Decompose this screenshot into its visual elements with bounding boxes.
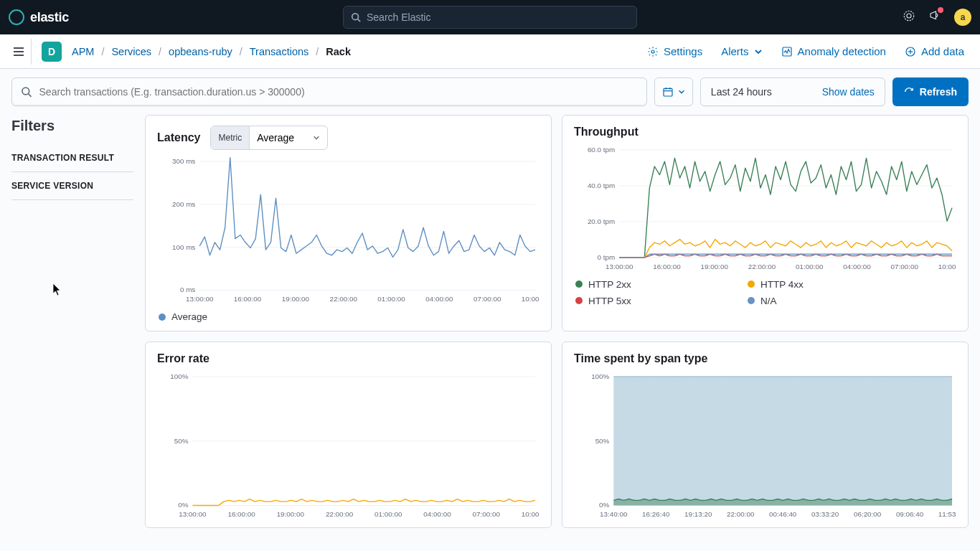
svg-text:03:33:20: 03:33:20 bbox=[811, 511, 839, 519]
breadcrumb-item[interactable]: opbeans-ruby bbox=[169, 46, 232, 57]
svg-text:19:00:00: 19:00:00 bbox=[701, 263, 729, 270]
breadcrumb-item[interactable]: Services bbox=[111, 46, 151, 57]
span-type-chart[interactable]: 0%50%100%13:40:0016:26:4019:13:2022:00:0… bbox=[574, 371, 956, 519]
app-badge[interactable]: D bbox=[42, 42, 62, 62]
svg-text:60.0 tpm: 60.0 tpm bbox=[588, 146, 615, 154]
legend-item[interactable]: HTTP 4xx bbox=[748, 279, 891, 290]
legend-dot bbox=[748, 281, 755, 288]
panel-title: Error rate bbox=[157, 352, 209, 365]
svg-text:07:00:00: 07:00:00 bbox=[891, 263, 919, 270]
app-header: D APM/Services/opbeans-ruby/Transactions… bbox=[0, 34, 980, 69]
svg-point-0 bbox=[352, 14, 359, 20]
date-range-display[interactable]: Last 24 hours Show dates bbox=[700, 77, 885, 106]
anomaly-icon bbox=[781, 46, 793, 57]
chevron-down-icon bbox=[678, 88, 685, 95]
svg-text:13:00:00: 13:00:00 bbox=[186, 295, 214, 303]
metric-selector[interactable]: Metric Average bbox=[210, 126, 328, 150]
svg-text:40.0 tpm: 40.0 tpm bbox=[588, 182, 615, 189]
error-rate-panel: Error rate 0%50%100%13:00:0016:00:0019:0… bbox=[145, 342, 552, 527]
svg-text:22:00:00: 22:00:00 bbox=[330, 295, 358, 303]
svg-text:19:00:00: 19:00:00 bbox=[277, 511, 305, 519]
svg-text:100 ms: 100 ms bbox=[172, 243, 195, 251]
svg-text:22:00:00: 22:00:00 bbox=[727, 511, 755, 519]
svg-text:10:00:00: 10:00:00 bbox=[522, 295, 540, 303]
refresh-button[interactable]: Refresh bbox=[892, 77, 969, 106]
global-search-placeholder: Search Elastic bbox=[367, 11, 430, 23]
latency-chart[interactable]: 0 ms100 ms200 ms300 ms13:00:0016:00:0019… bbox=[157, 156, 540, 304]
date-quick-select[interactable] bbox=[654, 77, 693, 106]
latency-panel: Latency Metric Average 0 ms100 ms200 ms3… bbox=[145, 115, 552, 331]
global-header: elastic Search Elastic a bbox=[0, 0, 980, 34]
legend-item[interactable]: HTTP 5xx bbox=[575, 296, 719, 306]
filter-item[interactable]: TRANSACTION RESULT bbox=[11, 144, 133, 172]
panel-title: Throughput bbox=[574, 126, 639, 138]
svg-text:00:46:40: 00:46:40 bbox=[769, 511, 797, 519]
refresh-icon bbox=[904, 87, 914, 97]
span-type-panel: Time spent by span type 0%50%100%13:40:0… bbox=[562, 342, 969, 527]
anomaly-detection-link[interactable]: Anomaly detection bbox=[781, 45, 886, 57]
svg-text:0 tpm: 0 tpm bbox=[598, 253, 616, 261]
add-data-link[interactable]: Add data bbox=[905, 45, 964, 57]
transaction-search[interactable] bbox=[11, 77, 647, 106]
elastic-logo[interactable]: elastic bbox=[9, 9, 69, 25]
search-icon bbox=[351, 12, 361, 22]
svg-text:16:26:40: 16:26:40 bbox=[642, 511, 670, 519]
transaction-search-input[interactable] bbox=[39, 86, 638, 98]
svg-text:10:00:00: 10:00:00 bbox=[522, 511, 540, 519]
settings-link[interactable]: Settings bbox=[647, 45, 702, 57]
show-dates-link[interactable]: Show dates bbox=[822, 86, 875, 98]
legend-item[interactable]: N/A bbox=[748, 296, 891, 306]
filter-item[interactable]: SERVICE VERSION bbox=[11, 172, 133, 200]
breadcrumb-item[interactable]: APM bbox=[72, 46, 94, 57]
svg-text:13:00:00: 13:00:00 bbox=[606, 263, 633, 270]
breadcrumb-item[interactable]: Transactions bbox=[250, 46, 308, 57]
svg-text:19:00:00: 19:00:00 bbox=[282, 295, 310, 303]
metric-select[interactable]: Average bbox=[250, 126, 313, 149]
chevron-down-icon bbox=[754, 47, 763, 56]
svg-text:50%: 50% bbox=[595, 437, 610, 445]
svg-text:16:00:00: 16:00:00 bbox=[227, 511, 255, 519]
svg-text:13:00:00: 13:00:00 bbox=[179, 511, 207, 519]
svg-text:07:00:00: 07:00:00 bbox=[473, 295, 501, 303]
alerts-dropdown[interactable]: Alerts bbox=[721, 45, 762, 57]
legend-item[interactable]: HTTP 2xx bbox=[575, 279, 719, 290]
plus-circle-icon bbox=[905, 46, 916, 57]
svg-text:100%: 100% bbox=[591, 372, 609, 380]
legend-dot bbox=[575, 297, 583, 304]
logo-icon bbox=[9, 9, 24, 25]
filters-title: Filters bbox=[11, 118, 133, 134]
svg-point-7 bbox=[651, 50, 654, 53]
panel-title: Latency bbox=[157, 131, 200, 144]
throughput-panel: Throughput 0 tpm20.0 tpm40.0 tpm60.0 tpm… bbox=[562, 115, 969, 331]
time-range-label: Last 24 hours bbox=[711, 86, 772, 98]
news-icon[interactable] bbox=[928, 9, 941, 25]
calendar-icon bbox=[662, 86, 674, 98]
svg-text:04:00:00: 04:00:00 bbox=[425, 295, 453, 303]
filters-sidebar: Filters TRANSACTION RESULTSERVICE VERSIO… bbox=[11, 115, 133, 528]
search-icon bbox=[21, 86, 32, 98]
legend-item[interactable]: Average bbox=[159, 311, 207, 322]
throughput-chart[interactable]: 0 tpm20.0 tpm40.0 tpm60.0 tpm13:00:0016:… bbox=[574, 144, 956, 272]
svg-point-3 bbox=[907, 14, 911, 18]
svg-text:01:00:00: 01:00:00 bbox=[377, 295, 405, 303]
svg-text:01:00:00: 01:00:00 bbox=[374, 511, 402, 519]
breadcrumb-item: Rack bbox=[326, 46, 351, 57]
svg-text:16:00:00: 16:00:00 bbox=[234, 295, 262, 303]
user-avatar[interactable]: a bbox=[954, 9, 971, 26]
svg-text:22:00:00: 22:00:00 bbox=[748, 263, 776, 270]
error-rate-chart[interactable]: 0%50%100%13:00:0016:00:0019:00:0022:00:0… bbox=[157, 371, 540, 519]
svg-text:09:06:40: 09:06:40 bbox=[896, 511, 924, 519]
global-search[interactable]: Search Elastic bbox=[343, 6, 637, 29]
nav-toggle-button[interactable] bbox=[6, 39, 32, 65]
svg-text:16:00:00: 16:00:00 bbox=[653, 263, 681, 270]
gear-icon bbox=[647, 46, 659, 57]
help-icon[interactable] bbox=[903, 9, 915, 25]
svg-text:20.0 tpm: 20.0 tpm bbox=[588, 217, 615, 225]
notification-dot bbox=[938, 7, 943, 13]
svg-text:0%: 0% bbox=[178, 501, 188, 509]
panel-title: Time spent by span type bbox=[574, 352, 707, 365]
svg-point-12 bbox=[22, 88, 29, 95]
svg-rect-14 bbox=[664, 88, 672, 96]
svg-text:200 ms: 200 ms bbox=[172, 200, 195, 208]
svg-text:100%: 100% bbox=[170, 372, 188, 380]
